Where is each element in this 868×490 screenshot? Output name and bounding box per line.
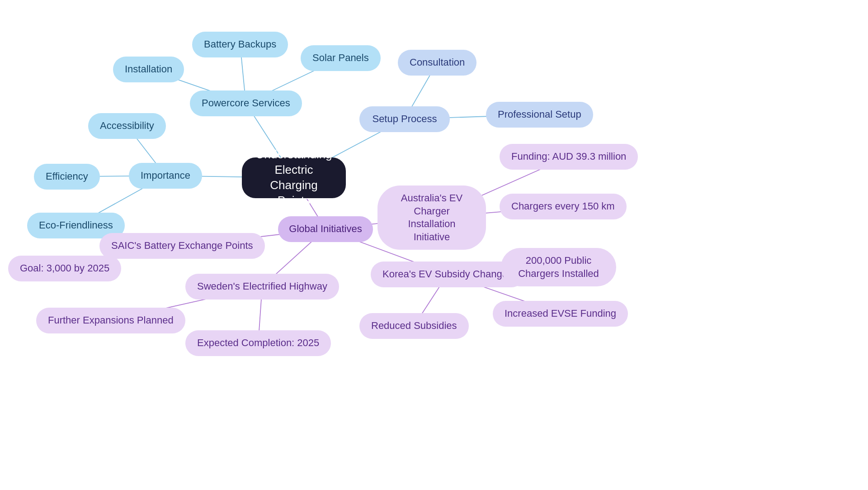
expected-completion-node: Expected Completion: 2025 [185,330,331,356]
importance-node: Importance [129,163,202,189]
swedens-highway-node: Sweden's Electrified Highway [185,274,339,300]
increased-evse-node: Increased EVSE Funding [493,301,628,327]
global-initiatives-node: Global Initiatives [278,216,373,242]
installation-node: Installation [113,57,184,82]
further-expansions-node: Further Expansions Planned [36,308,185,333]
public-chargers-node: 200,000 Public Chargers Installed [501,248,616,286]
australia-node: Australia's EV Charger Installation Init… [377,186,486,250]
powercore-node: Powercore Services [190,90,302,116]
saic-node: SAIC's Battery Exchange Points [99,233,265,259]
center-node: Understanding Electric Charging Points [242,157,346,198]
chargers-150-node: Chargers every 150 km [500,194,627,219]
professional-setup-node: Professional Setup [486,102,593,128]
goal-3000-node: Goal: 3,000 by 2025 [8,256,121,281]
efficiency-node: Efficiency [34,164,100,190]
battery-backups-node: Battery Backups [192,32,288,57]
solar-panels-node: Solar Panels [301,45,381,71]
reduced-subsidies-node: Reduced Subsidies [359,313,469,339]
setup-process-node: Setup Process [359,106,450,132]
consultation-node: Consultation [398,50,476,76]
funding-node: Funding: AUD 39.3 million [500,144,638,170]
accessibility-node: Accessibility [88,113,166,139]
